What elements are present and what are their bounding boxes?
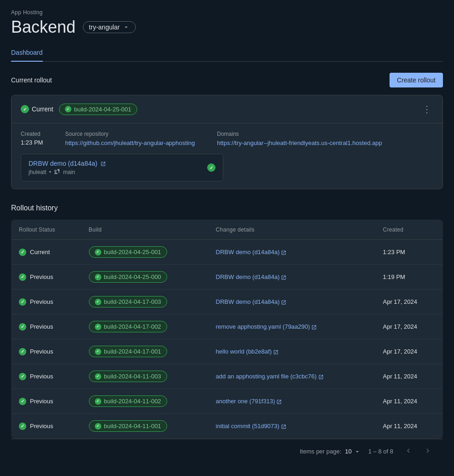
row-change-link[interactable]: add an apphosting.yaml file (c3cbc76) bbox=[216, 373, 317, 380]
rollout-history-table: Rollout Status Build Change details Crea… bbox=[11, 220, 443, 439]
rollout-history-title: Rollout history bbox=[11, 204, 443, 212]
tab-dashboard[interactable]: Dashboard bbox=[11, 44, 43, 62]
table-footer: Items per page: 10 1 – 8 of 8 bbox=[11, 439, 443, 464]
row-status: Previous bbox=[12, 339, 81, 364]
commit-success-icon bbox=[207, 163, 215, 172]
row-change-link[interactable]: initial commit (51d9073) bbox=[216, 423, 279, 430]
chevron-down-icon bbox=[122, 23, 130, 31]
row-external-link-icon bbox=[273, 349, 279, 355]
row-created: Apr 11, 2024 bbox=[376, 389, 443, 414]
row-build-label: build-2024-04-11-003 bbox=[104, 373, 161, 380]
current-rollout-card: Current build-2024-04-25-001 ⋮ Created 1… bbox=[11, 95, 443, 189]
row-build-icon bbox=[95, 423, 101, 430]
row-created: Apr 17, 2024 bbox=[376, 314, 443, 339]
current-status-badge: Current bbox=[21, 105, 53, 113]
table-row: Previousbuild-2024-04-11-001initial comm… bbox=[12, 414, 443, 439]
row-status-icon bbox=[19, 323, 26, 331]
row-status-label: Previous bbox=[30, 323, 53, 330]
row-build-label: build-2024-04-25-001 bbox=[104, 249, 161, 255]
created-label: Created bbox=[21, 131, 43, 137]
row-build-label: build-2024-04-11-002 bbox=[104, 398, 161, 405]
row-build: build-2024-04-25-001 bbox=[81, 240, 209, 265]
row-build-label: build-2024-04-17-001 bbox=[104, 348, 161, 355]
row-status-icon bbox=[19, 423, 26, 430]
row-change: another one (791f313) bbox=[209, 389, 376, 414]
row-build: build-2024-04-11-001 bbox=[81, 414, 209, 439]
commit-link-text: DRBW demo (d14a84a) bbox=[29, 160, 97, 167]
table-row: Previousbuild-2024-04-11-002another one … bbox=[12, 389, 443, 414]
row-status: Previous bbox=[12, 364, 81, 389]
row-status-icon bbox=[19, 373, 26, 380]
row-created: Apr 17, 2024 bbox=[376, 339, 443, 364]
row-external-link-icon bbox=[276, 399, 282, 405]
row-change-link[interactable]: remove apphosting.yaml (79aa290) bbox=[216, 323, 310, 330]
row-created: 1:19 PM bbox=[376, 265, 443, 290]
row-status: Current bbox=[12, 240, 81, 265]
row-change: DRBW demo (d14a84a) bbox=[209, 240, 376, 265]
col-created: Created bbox=[376, 220, 443, 240]
items-per-page-select[interactable]: 10 bbox=[345, 448, 361, 455]
branch-selector[interactable]: try-angular bbox=[83, 21, 136, 33]
row-status-icon bbox=[19, 348, 26, 355]
row-change: add an apphosting.yaml file (c3cbc76) bbox=[209, 364, 376, 389]
prev-page-button[interactable] bbox=[401, 445, 416, 458]
table-row: Previousbuild-2024-04-17-002remove appho… bbox=[12, 314, 443, 339]
row-change-link[interactable]: another one (791f313) bbox=[216, 398, 275, 405]
create-rollout-button[interactable]: Create rollout bbox=[390, 73, 443, 87]
row-change-link[interactable]: DRBW demo (d14a84a) bbox=[216, 298, 280, 305]
pagination-info: 1 – 8 of 8 bbox=[368, 448, 393, 455]
row-status-icon bbox=[19, 249, 26, 256]
row-change: initial commit (51d9073) bbox=[209, 414, 376, 439]
row-status-icon bbox=[19, 273, 26, 281]
more-menu-button[interactable]: ⋮ bbox=[420, 102, 433, 116]
current-status-label: Current bbox=[32, 105, 53, 113]
row-external-link-icon bbox=[281, 250, 286, 255]
row-created: Apr 11, 2024 bbox=[376, 364, 443, 389]
row-build-icon bbox=[95, 249, 101, 255]
row-change: remove apphosting.yaml (79aa290) bbox=[209, 314, 376, 339]
domains-link[interactable]: https://try-angular--jhuleatt-friendlyea… bbox=[217, 139, 382, 146]
row-status-icon bbox=[19, 298, 26, 306]
commit-user: jhuleatt bbox=[29, 169, 47, 175]
row-external-link-icon bbox=[281, 275, 286, 280]
row-build-icon bbox=[95, 348, 101, 355]
source-repo-link[interactable]: https://github.com/jhuleatt/try-angular-… bbox=[65, 139, 195, 146]
row-change: DRBW demo (d14a84a) bbox=[209, 290, 376, 314]
items-per-page-label: Items per page: bbox=[300, 448, 341, 455]
row-build-label: build-2024-04-25-000 bbox=[104, 273, 161, 280]
pagination-nav bbox=[401, 445, 436, 458]
row-status: Previous bbox=[12, 389, 81, 414]
row-build-icon bbox=[95, 299, 101, 305]
row-change-link[interactable]: hello world (bb2e8af) bbox=[216, 348, 272, 355]
current-rollout-header: Current rollout Create rollout bbox=[11, 73, 443, 87]
row-build-icon bbox=[95, 324, 101, 330]
row-status: Previous bbox=[12, 314, 81, 339]
row-build-icon bbox=[95, 274, 101, 280]
row-status-label: Previous bbox=[30, 273, 53, 280]
row-build: build-2024-04-17-002 bbox=[81, 314, 209, 339]
row-created: Apr 17, 2024 bbox=[376, 290, 443, 314]
row-status-label: Previous bbox=[30, 373, 53, 380]
row-change-link[interactable]: DRBW demo (d14a84a) bbox=[216, 249, 280, 255]
row-created: 1:23 PM bbox=[376, 240, 443, 265]
row-change-link[interactable]: DRBW demo (d14a84a) bbox=[216, 273, 280, 280]
next-page-button[interactable] bbox=[420, 445, 436, 458]
col-change: Change details bbox=[209, 220, 376, 240]
row-status: Previous bbox=[12, 290, 81, 314]
table-row: Currentbuild-2024-04-25-001DRBW demo (d1… bbox=[12, 240, 443, 265]
commit-link[interactable]: DRBW demo (d14a84a) bbox=[29, 160, 106, 167]
chevron-down-icon-table bbox=[354, 448, 361, 455]
row-build: build-2024-04-17-001 bbox=[81, 339, 209, 364]
branch-name: try-angular bbox=[89, 23, 120, 31]
chevron-right-icon bbox=[424, 447, 432, 455]
page-title: Backend bbox=[11, 17, 76, 37]
row-status-label: Previous bbox=[30, 298, 53, 305]
col-status: Rollout Status bbox=[12, 220, 81, 240]
commit-branch: main bbox=[63, 169, 75, 175]
items-per-page-value: 10 bbox=[345, 448, 351, 455]
row-change: DRBW demo (d14a84a) bbox=[209, 265, 376, 290]
commit-external-link-icon bbox=[100, 161, 106, 167]
row-status-label: Previous bbox=[30, 348, 53, 355]
items-per-page-control: Items per page: 10 bbox=[300, 448, 361, 455]
row-build-label: build-2024-04-11-001 bbox=[104, 423, 161, 430]
